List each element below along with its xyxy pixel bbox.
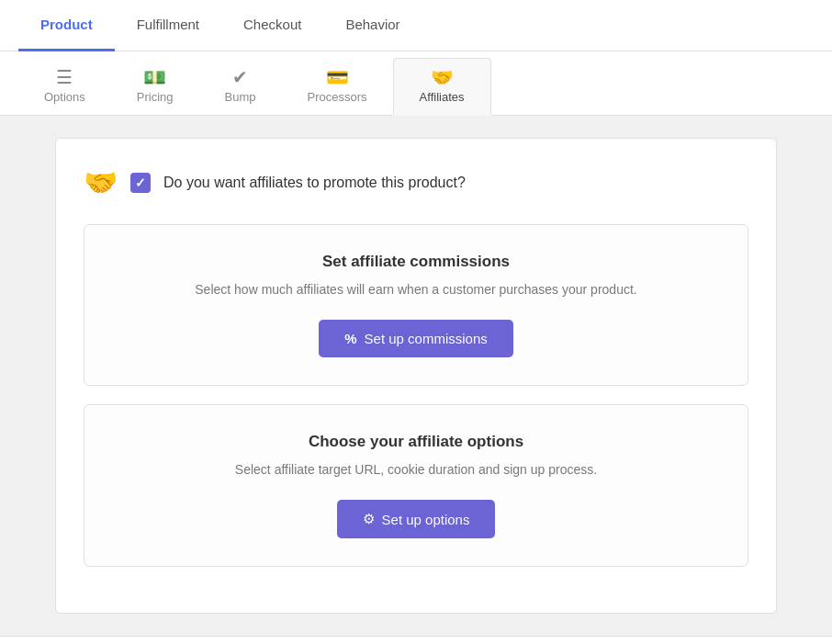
processors-icon: 💳 bbox=[326, 68, 349, 86]
options-card-desc: Select affiliate target URL, cookie dura… bbox=[103, 460, 729, 480]
top-nav-product-label: Product bbox=[40, 17, 93, 32]
affiliate-toggle-row: 🤝 Do you want affiliates to promote this… bbox=[84, 166, 748, 198]
commissions-card-desc: Select how much affiliates will earn whe… bbox=[103, 280, 729, 299]
top-nav-product[interactable]: Product bbox=[18, 0, 115, 51]
bump-icon: ✔ bbox=[232, 68, 248, 86]
top-nav: Product Fulfillment Checkout Behavior bbox=[0, 0, 832, 51]
top-nav-fulfillment-label: Fulfillment bbox=[137, 17, 199, 32]
set-up-options-button[interactable]: ⚙ Set up options bbox=[337, 500, 496, 538]
options-card: Choose your affiliate options Select aff… bbox=[84, 404, 748, 567]
footer: ↗ Preview ✔ Save & get URL Back Next bbox=[0, 636, 832, 644]
set-up-commissions-label: Set up commissions bbox=[365, 331, 488, 346]
top-nav-behavior[interactable]: Behavior bbox=[323, 0, 422, 51]
commissions-card: Set affiliate commissions Select how muc… bbox=[84, 224, 748, 386]
top-nav-behavior-label: Behavior bbox=[345, 17, 399, 32]
sub-nav-processors[interactable]: 💳 Processors bbox=[282, 59, 393, 116]
sub-nav-affiliates[interactable]: 🤝 Affiliates bbox=[393, 58, 491, 116]
percent-icon: % bbox=[344, 331, 356, 346]
affiliate-checkbox[interactable] bbox=[130, 173, 151, 193]
sub-nav-bump-label: Bump bbox=[225, 90, 256, 104]
set-up-options-label: Set up options bbox=[382, 512, 470, 527]
affiliate-toggle-label: Do you want affiliates to promote this p… bbox=[163, 175, 466, 191]
commissions-card-title: Set affiliate commissions bbox=[103, 253, 729, 271]
affiliates-icon: 🤝 bbox=[431, 68, 454, 86]
sub-nav: ☰ Options 💵 Pricing ✔ Bump 💳 Processors … bbox=[0, 51, 832, 116]
sub-nav-options[interactable]: ☰ Options bbox=[18, 59, 111, 116]
sub-nav-pricing-label: Pricing bbox=[137, 90, 174, 104]
pricing-icon: 💵 bbox=[143, 68, 166, 86]
sub-nav-processors-label: Processors bbox=[308, 90, 367, 104]
main-content: 🤝 Do you want affiliates to promote this… bbox=[0, 116, 832, 636]
sub-nav-options-label: Options bbox=[44, 90, 85, 104]
set-up-commissions-button[interactable]: % Set up commissions bbox=[319, 320, 513, 357]
content-panel: 🤝 Do you want affiliates to promote this… bbox=[55, 138, 777, 614]
gear-icon: ⚙ bbox=[363, 511, 375, 527]
options-icon: ☰ bbox=[56, 68, 73, 86]
top-nav-checkout[interactable]: Checkout bbox=[221, 0, 323, 51]
top-nav-checkout-label: Checkout bbox=[243, 17, 301, 32]
sub-nav-pricing[interactable]: 💵 Pricing bbox=[111, 59, 199, 116]
sub-nav-affiliates-label: Affiliates bbox=[420, 90, 465, 104]
top-nav-fulfillment[interactable]: Fulfillment bbox=[115, 0, 221, 51]
affiliate-handshake-icon: 🤝 bbox=[84, 166, 118, 198]
sub-nav-bump[interactable]: ✔ Bump bbox=[199, 59, 282, 116]
options-card-title: Choose your affiliate options bbox=[103, 433, 729, 451]
